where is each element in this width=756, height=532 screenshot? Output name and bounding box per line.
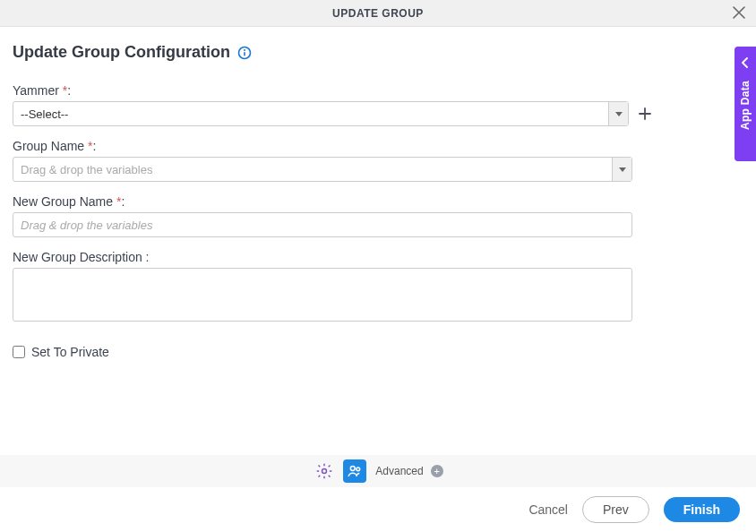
set-private-checkbox[interactable] [13, 346, 25, 358]
new-group-desc-input[interactable] [13, 268, 632, 322]
new-group-desc-label: New Group Description : [13, 250, 743, 264]
info-icon[interactable] [237, 46, 252, 60]
page-title: Update Group Configuration [13, 43, 230, 62]
svg-point-4 [351, 467, 356, 471]
app-data-label: App Data [739, 81, 752, 130]
group-name-placeholder: Drag & drop the variables [13, 158, 612, 181]
prev-button[interactable]: Prev [582, 496, 649, 523]
chevron-left-icon [742, 56, 749, 72]
field-new-group-description: New Group Description : [13, 250, 743, 325]
footer: Cancel Prev Finish [0, 487, 756, 532]
chevron-down-icon[interactable] [612, 158, 631, 181]
yammer-selected-value: --Select-- [13, 102, 608, 125]
chevron-down-icon[interactable] [608, 102, 628, 125]
page-title-row: Update Group Configuration [0, 27, 756, 71]
new-group-name-label: New Group Name *: [13, 194, 743, 209]
yammer-select[interactable]: --Select-- [13, 101, 629, 126]
svg-point-1 [244, 49, 245, 51]
svg-point-3 [322, 469, 327, 474]
advanced-label: Advanced [375, 465, 423, 477]
field-group-name: Group Name *: Drag & drop the variables [13, 139, 743, 182]
close-icon[interactable] [733, 5, 745, 21]
modal-header: UPDATE GROUP [0, 0, 756, 27]
app-data-panel-toggle[interactable]: App Data [735, 47, 756, 161]
modal-title: UPDATE GROUP [332, 7, 424, 20]
cancel-button[interactable]: Cancel [528, 502, 568, 517]
field-new-group-name: New Group Name *: [13, 194, 743, 237]
new-group-name-input[interactable] [13, 212, 632, 237]
finish-button[interactable]: Finish [664, 497, 740, 522]
field-set-private: Set To Private [13, 345, 743, 359]
group-name-select[interactable]: Drag & drop the variables [13, 157, 632, 182]
users-icon[interactable] [343, 459, 366, 483]
svg-point-5 [357, 468, 360, 471]
yammer-label: Yammer *: [13, 83, 743, 98]
group-name-label: Group Name *: [13, 139, 743, 153]
bottom-toolbar: Advanced + [0, 455, 756, 487]
svg-rect-2 [244, 52, 245, 56]
field-yammer: Yammer *: --Select-- [13, 83, 743, 126]
add-yammer-icon[interactable] [638, 107, 652, 121]
gear-icon[interactable] [313, 459, 336, 483]
set-private-label: Set To Private [31, 345, 109, 359]
advanced-plus-icon[interactable]: + [431, 465, 443, 477]
